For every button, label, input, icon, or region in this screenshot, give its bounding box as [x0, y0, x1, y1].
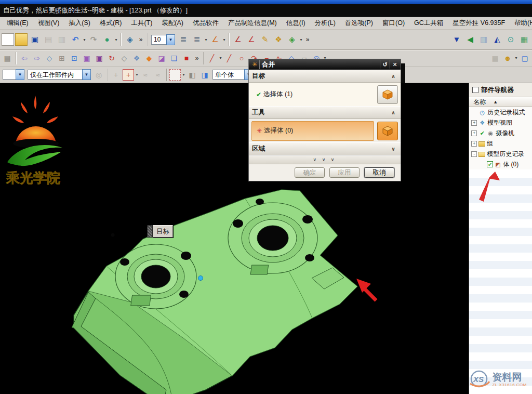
- paste-disabled-icon[interactable]: ▥: [56, 33, 68, 46]
- part-navigator-header[interactable]: 部件导航器: [469, 83, 532, 97]
- dialog-close-icon[interactable]: ✕: [390, 60, 400, 69]
- dropdown-arrow-icon[interactable]: ▼: [82, 69, 91, 80]
- display-part-icon[interactable]: ●: [101, 33, 113, 46]
- tree-item[interactable]: +组: [469, 138, 532, 149]
- pmi-info-icon[interactable]: ◈: [124, 33, 136, 46]
- line-curve-icon[interactable]: ╱: [206, 52, 218, 64]
- snap-caret-icon[interactable]: ▾: [135, 72, 139, 77]
- target-select-row[interactable]: ✔ 选择体 (1): [249, 83, 401, 106]
- tree-item[interactable]: ✔◩体 (0): [469, 159, 532, 169]
- edge-display-icon[interactable]: ▢: [519, 52, 530, 64]
- target-body-button[interactable]: [377, 85, 398, 104]
- name-column-header[interactable]: 名称 ▲: [469, 97, 532, 107]
- expand-icon[interactable]: +: [471, 120, 477, 126]
- menu-item-3[interactable]: 格式(R): [95, 18, 126, 29]
- red-cube-icon[interactable]: ■: [181, 52, 192, 64]
- snap-point-icon[interactable]: +: [123, 69, 134, 81]
- cancel-button[interactable]: 取消: [364, 167, 394, 178]
- tool-body-button[interactable]: [377, 122, 398, 140]
- book-pages-icon[interactable]: ▥: [477, 33, 490, 46]
- copy-disabled-icon[interactable]: ▤: [42, 33, 55, 46]
- line-caret-icon[interactable]: ▾: [218, 56, 223, 60]
- back-icon[interactable]: ⇦: [19, 52, 30, 64]
- tooltip-drag-handle-icon[interactable]: [147, 225, 153, 238]
- palette-icon[interactable]: ❖: [272, 33, 285, 46]
- dropdown-arrow-icon[interactable]: ▼: [166, 34, 175, 45]
- circle-curve-icon[interactable]: ○: [236, 52, 247, 64]
- shaded-view-icon[interactable]: ◆: [143, 52, 155, 64]
- panel-pin-icon[interactable]: [472, 87, 478, 93]
- menu-item-6[interactable]: 优品软件: [188, 18, 223, 29]
- user-roles-icon[interactable]: ☻: [502, 52, 513, 64]
- marquee-caret-icon[interactable]: ▾: [181, 72, 186, 77]
- tree-item[interactable]: +❖模型视图: [469, 117, 532, 128]
- region-section-header[interactable]: 区域 ∨: [249, 142, 401, 155]
- draft-analysis-icon[interactable]: ◭: [491, 33, 503, 46]
- menu-item-9[interactable]: 分析(L): [310, 18, 340, 29]
- model-3d-body[interactable]: [62, 172, 457, 394]
- body-filter-combo-value[interactable]: 单个体: [212, 70, 244, 80]
- dropdown-arrow-icon[interactable]: ▼: [16, 69, 24, 80]
- body-filter-combo[interactable]: 单个体▼: [212, 69, 253, 80]
- forward-icon[interactable]: ⇨: [31, 52, 43, 64]
- funnel-green-icon[interactable]: ◀: [464, 33, 476, 46]
- tool-select-row[interactable]: ✳ 选择体 (0): [249, 119, 401, 142]
- snap-curve-icon[interactable]: ≈: [140, 69, 151, 81]
- tree-item[interactable]: ◷历史记录模式: [469, 107, 532, 117]
- dialog-gear-icon[interactable]: ✳: [250, 61, 259, 68]
- shaded-box-icon[interactable]: ◧: [187, 69, 198, 81]
- csys-origin-icon[interactable]: ∠: [232, 33, 244, 46]
- tree-item[interactable]: -模型历史记录: [469, 149, 532, 159]
- orient-cube-icon[interactable]: ▣: [94, 52, 105, 64]
- snap-face-icon[interactable]: ≈: [152, 69, 164, 81]
- collapse-icon[interactable]: -: [471, 151, 477, 157]
- pan-tool-icon[interactable]: ❖: [131, 52, 142, 64]
- tool-section-header[interactable]: 工具 ∧: [249, 106, 401, 119]
- undo-icon[interactable]: ↶: [69, 33, 82, 46]
- menu-item-2[interactable]: 插入(S): [64, 18, 95, 29]
- expand-icon[interactable]: +: [471, 130, 477, 136]
- redo-icon[interactable]: ↷: [87, 33, 100, 46]
- solid-box-icon[interactable]: ◨: [199, 69, 210, 81]
- overflow-chevron-3[interactable]: »: [194, 55, 200, 62]
- menu-item-10[interactable]: 首选项(P): [340, 18, 378, 29]
- menu-item-13[interactable]: 星空外挂 V6.935F: [448, 18, 510, 29]
- collapse-chevron-icon[interactable]: ∧: [389, 110, 397, 115]
- show-hide-icon[interactable]: ❏: [168, 52, 180, 64]
- fit-view-icon[interactable]: ⊡: [69, 52, 80, 64]
- find-component-icon[interactable]: ◎: [93, 69, 104, 81]
- user-roles-caret-icon[interactable]: ▾: [514, 56, 518, 60]
- target-section-header[interactable]: 目标 ∧: [249, 70, 401, 83]
- sort-ascending-icon[interactable]: ▲: [493, 99, 498, 104]
- title-bar[interactable]: 自己优秀，然后更骄傲的生活--明晓 - 建模 - [123.prt （修改的）]: [0, 4, 532, 17]
- measure-cube-icon[interactable]: ▣: [81, 52, 92, 64]
- apply-button[interactable]: 应用: [329, 167, 360, 178]
- wcs-caret-icon[interactable]: ▾: [222, 37, 227, 42]
- menu-item-12[interactable]: GC工具箱: [409, 18, 448, 29]
- open-file-icon[interactable]: [15, 33, 28, 46]
- marquee-select-icon[interactable]: [169, 69, 181, 81]
- snapshot-icon[interactable]: ⊙: [504, 33, 517, 46]
- type-filter-combo[interactable]: ▼: [3, 69, 24, 80]
- overflow-chevron-1[interactable]: »: [138, 36, 144, 43]
- extrude-blue-icon[interactable]: ▼: [450, 33, 463, 46]
- dialog-collapse-strip[interactable]: ∨ ∨ ∨: [249, 155, 401, 164]
- window-arrange-icon[interactable]: ⊞: [56, 52, 68, 64]
- save-icon[interactable]: ▣: [29, 33, 41, 46]
- menu-item-1[interactable]: 视图(V): [33, 18, 64, 29]
- overflow-chevron-2[interactable]: »: [304, 36, 311, 43]
- menu-item-0[interactable]: 编辑(E): [2, 18, 33, 29]
- expand-icon[interactable]: +: [471, 141, 477, 147]
- layer-visible-in-view-icon[interactable]: ≣: [191, 33, 203, 46]
- work-layer-combo[interactable]: 10▼: [151, 34, 175, 45]
- section-view-icon[interactable]: ▦: [518, 33, 530, 46]
- menu-item-8[interactable]: 信息(I): [282, 18, 310, 29]
- grid-disabled-icon[interactable]: ▦: [489, 52, 501, 64]
- menu-item-14[interactable]: 帮助(H): [510, 18, 532, 29]
- wireframe-view-icon[interactable]: ◇: [118, 52, 130, 64]
- visual-prefs-caret-icon[interactable]: ▾: [299, 37, 303, 42]
- menu-item-5[interactable]: 装配(A): [157, 18, 188, 29]
- layer-settings-icon[interactable]: ≣: [177, 33, 190, 46]
- undo-caret-icon[interactable]: ▾: [82, 37, 87, 42]
- type-filter-combo-value[interactable]: [3, 70, 16, 80]
